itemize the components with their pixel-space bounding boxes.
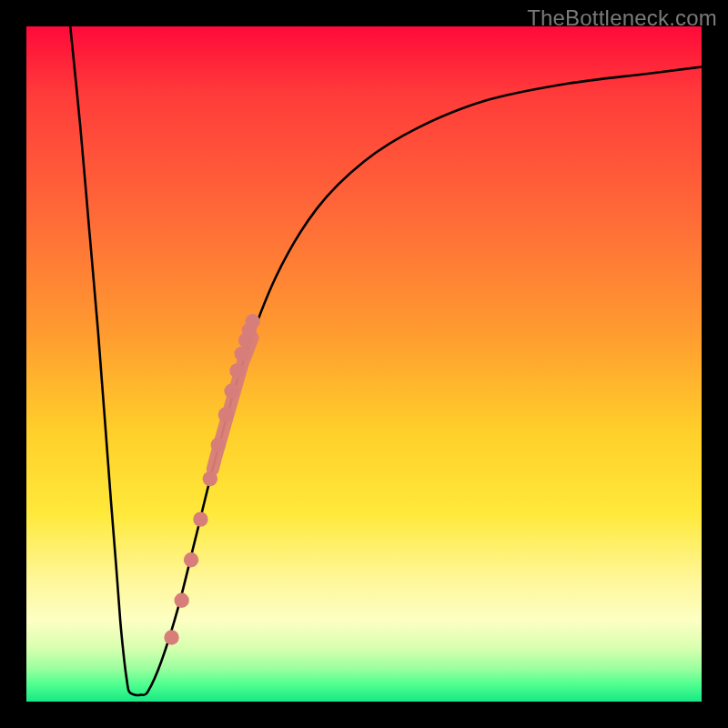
data-dot <box>218 407 233 421</box>
curve-layer <box>70 26 702 695</box>
data-dot <box>229 363 244 378</box>
data-dot <box>234 347 248 361</box>
watermark-text: TheBottleneck.com <box>527 5 717 31</box>
plot-area <box>26 26 702 702</box>
data-dot <box>193 511 207 526</box>
data-dot <box>184 552 198 567</box>
data-dot <box>174 593 188 608</box>
bottleneck-curve <box>70 26 702 695</box>
chart-frame: TheBottleneck.com <box>0 0 728 728</box>
chart-svg <box>26 26 702 702</box>
data-dot <box>224 383 238 398</box>
data-dot <box>203 471 217 486</box>
data-dot <box>211 438 226 452</box>
data-dot <box>164 630 178 644</box>
data-dot <box>245 314 259 329</box>
